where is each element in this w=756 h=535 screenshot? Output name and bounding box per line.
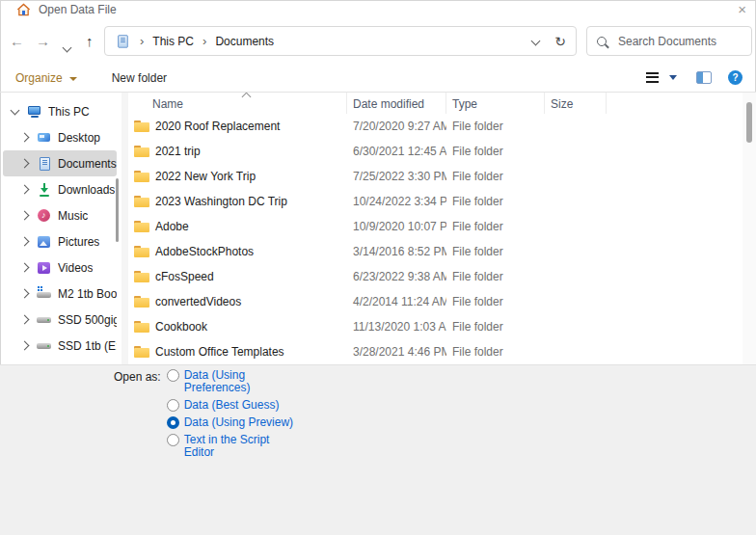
sidebar-item-icon <box>37 312 52 327</box>
tree-chevron-icon[interactable] <box>20 289 30 299</box>
view-dropdown-caret-icon[interactable] <box>669 75 677 80</box>
sidebar-item-label: Documents <box>58 157 117 171</box>
file-row[interactable]: cFosSpeed 6/23/2022 9:38 AM File folder <box>128 264 742 289</box>
open-as-label: Open as: <box>114 370 161 459</box>
sidebar-item[interactable]: Desktop <box>3 124 117 150</box>
sidebar-item-label: Music <box>58 209 88 223</box>
sidebar-item[interactable]: This PC <box>3 98 117 124</box>
file-name-cell: AdobeStockPhotos <box>128 245 347 258</box>
type-cell: File folder <box>446 270 545 283</box>
radio-option[interactable]: Data (Using Preferences) <box>167 369 293 394</box>
column-header-size[interactable]: Size <box>545 93 607 114</box>
folder-icon <box>134 195 149 208</box>
sidebar-scrollbar-thumb[interactable] <box>116 178 119 242</box>
forward-button[interactable]: → <box>36 32 50 51</box>
date-modified-cell: 6/23/2022 9:38 AM <box>347 270 446 283</box>
tree-chevron-icon[interactable] <box>20 185 30 195</box>
sidebar-item-icon <box>37 182 52 197</box>
preview-pane-icon[interactable] <box>696 71 712 84</box>
folder-icon <box>134 345 149 359</box>
folder-icon <box>134 120 149 133</box>
sidebar-item[interactable]: Music <box>3 202 117 228</box>
tree-chevron-icon[interactable] <box>20 211 30 221</box>
folder-icon <box>134 320 149 334</box>
sidebar-item[interactable]: M2 1tb Boot (C <box>3 281 117 307</box>
help-icon[interactable]: ? <box>728 70 742 85</box>
sidebar-item[interactable]: SSD 1tb (E:) <box>3 333 117 359</box>
tree-chevron-icon[interactable] <box>20 133 30 143</box>
column-header-type[interactable]: Type <box>446 93 545 114</box>
address-bar[interactable]: › This PC › Documents ↻ <box>104 26 577 56</box>
file-row[interactable]: 2023 Washington DC Trip 10/24/2022 3:34 … <box>128 189 742 214</box>
radio-option[interactable]: Data (Using Preview) <box>167 416 293 429</box>
column-header-name[interactable]: Name <box>128 93 347 114</box>
tree-chevron-icon[interactable] <box>20 263 30 273</box>
file-row[interactable]: Custom Office Templates 3/28/2021 4:46 P… <box>128 339 742 364</box>
tree-chevron-icon[interactable] <box>20 237 30 247</box>
list-view-icon[interactable] <box>646 72 659 83</box>
breadcrumb-item[interactable]: › This PC <box>131 35 194 48</box>
sidebar-item-label: Downloads <box>58 183 115 197</box>
new-folder-button[interactable]: New folder <box>112 71 167 85</box>
organize-button[interactable]: Organize <box>15 71 77 85</box>
tree-chevron-icon[interactable] <box>20 159 30 169</box>
sidebar-item[interactable]: SSD 500gig (D:) <box>3 307 117 333</box>
radio-button-icon[interactable] <box>167 369 179 382</box>
radio-option[interactable]: Text in the Script Editor <box>167 434 293 459</box>
tree-chevron-icon[interactable] <box>20 315 30 325</box>
sidebar-item-label: Videos <box>58 261 93 275</box>
radio-option-label: Text in the Script Editor <box>184 434 270 459</box>
sidebar-item[interactable]: Videos <box>3 254 117 281</box>
file-row[interactable]: 2020 Roof Replacement 7/20/2020 9:27 AM … <box>128 114 742 139</box>
type-cell: File folder <box>446 170 545 183</box>
sidebar-item-icon <box>37 260 52 275</box>
back-button[interactable]: ← <box>10 32 24 51</box>
chevron-right-icon: › <box>202 36 206 47</box>
sidebar-item-label: Desktop <box>58 131 100 145</box>
chevron-right-icon: › <box>140 36 144 47</box>
radio-button-icon[interactable] <box>167 434 179 446</box>
toolbar: Organize New folder ? <box>0 64 756 93</box>
type-cell: File folder <box>446 145 545 158</box>
close-icon[interactable]: × <box>738 1 746 18</box>
refresh-icon[interactable]: ↻ <box>554 35 566 48</box>
sidebar-item[interactable]: Downloads <box>3 176 117 202</box>
location-icon <box>115 34 129 47</box>
file-name-text: Custom Office Templates <box>155 345 284 359</box>
type-cell: File folder <box>446 320 545 334</box>
folder-icon <box>134 170 149 183</box>
search-box[interactable] <box>586 26 752 56</box>
radio-option[interactable]: Data (Best Guess) <box>167 399 293 412</box>
file-name-cell: Cookbook <box>128 320 347 334</box>
toolbar-right-group: ? <box>646 70 756 85</box>
file-name-text: AdobeStockPhotos <box>155 245 254 258</box>
search-input[interactable] <box>616 34 745 49</box>
tree-chevron-icon[interactable] <box>11 105 20 115</box>
folder-icon <box>134 220 149 233</box>
file-row[interactable]: 2021 trip 6/30/2021 12:45 AM File folder <box>128 139 742 164</box>
file-row[interactable]: convertedVideos 4/2/2014 11:24 AM File f… <box>128 289 742 314</box>
date-modified-cell: 7/20/2020 9:27 AM <box>347 120 446 133</box>
radio-button-icon[interactable] <box>167 399 179 412</box>
breadcrumb: › This PC › Documents <box>131 35 274 48</box>
up-button[interactable]: ↑ <box>86 32 94 51</box>
file-row[interactable]: Cookbook 11/13/2020 1:03 AM File folder <box>128 314 742 339</box>
recent-locations-dropdown[interactable] <box>64 40 70 54</box>
address-dropdown-icon[interactable] <box>531 37 541 46</box>
file-row[interactable]: 2022 New York Trip 7/25/2022 3:30 PM Fil… <box>128 164 742 189</box>
radio-button-icon[interactable] <box>167 416 179 429</box>
breadcrumb-item[interactable]: › Documents <box>194 35 274 48</box>
home-icon <box>16 3 31 16</box>
tree-chevron-icon[interactable] <box>20 341 30 351</box>
file-row[interactable]: Adobe 10/9/2020 10:07 PM File folder <box>128 214 742 239</box>
file-row[interactable]: AdobeStockPhotos 3/14/2016 8:52 PM File … <box>128 239 742 264</box>
sidebar-divider <box>122 93 128 364</box>
dropdown-caret-icon <box>69 77 77 81</box>
column-header-date-modified[interactable]: Date modified <box>347 93 446 114</box>
sidebar-item[interactable]: Documents <box>3 150 117 176</box>
organize-label: Organize <box>15 71 63 85</box>
open-as-radio-group: Data (Using Preferences) Data (Best Gues… <box>167 369 293 459</box>
sidebar-item[interactable]: Pictures <box>3 228 117 254</box>
list-scrollbar-thumb[interactable] <box>746 102 752 143</box>
sidebar-item-icon <box>37 286 52 301</box>
